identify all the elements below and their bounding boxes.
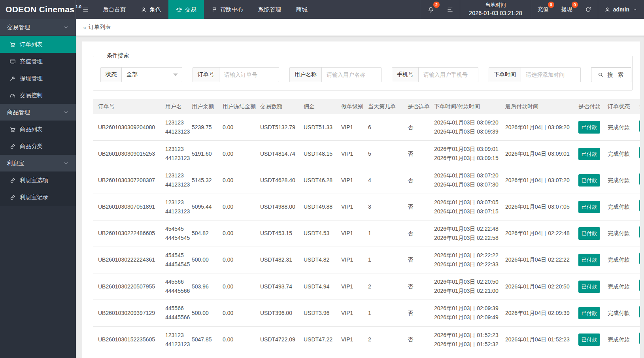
row-action-button[interactable] [639, 252, 640, 264]
column-header: 是否连单 [402, 99, 429, 114]
status-select[interactable]: 全部 [122, 68, 182, 82]
order-time-label: 下单时间 [489, 68, 521, 82]
cell-order-no: UB2601030151085721 [93, 353, 160, 358]
refresh-button[interactable] [579, 0, 598, 19]
cell-chained: 否 [402, 114, 429, 141]
cell-day-order: 1 [363, 247, 402, 273]
cell-amount: USDT396.00 [255, 300, 298, 326]
top-nav-item-mall[interactable]: 商城 [289, 0, 315, 19]
cell-balance: 500.00 [187, 247, 217, 273]
content-area: 条件搜索 状态 全部 订单号 用户名称 [76, 36, 644, 358]
table-row: UB2601030151085721123123441231235000.000… [93, 353, 640, 358]
order-no-input[interactable] [219, 68, 279, 82]
table-row: UB2601030152235605123123441231235047.850… [93, 326, 640, 353]
cell-last-pay-time: 2026年01月04日 02:20:50 [500, 273, 573, 300]
cell-order-pay-time: 2026年01月03日 03:07:202026年01月03日 03:07:30 [429, 167, 500, 194]
row-action-button[interactable] [639, 173, 640, 185]
withdraw-button[interactable]: 提现 0 [555, 0, 579, 19]
cell-level: VIP1 [336, 300, 363, 326]
cell-day-order: 6 [363, 114, 402, 141]
cell-amount: USDT4814.74 [255, 141, 298, 167]
cell-user: 12312344123123 [160, 194, 187, 220]
top-nav-label: 系统管理 [258, 6, 281, 13]
cell-balance: 5239.75 [187, 114, 217, 141]
search-icon [597, 72, 604, 78]
username-filter: 用户名称 [289, 67, 381, 82]
sidebar-item-interest-options[interactable]: 利息宝选项 [0, 172, 76, 189]
cell-order-status: 完成付款 [602, 194, 634, 220]
cell-actions [634, 247, 640, 273]
cell-amount: USDT453.15 [255, 220, 298, 247]
top-nav-item-help[interactable]: 帮助中心 [204, 0, 251, 19]
cell-day-order: 2 [363, 273, 402, 300]
top-nav: 后台首页角色交易帮助中心系统管理商城 [95, 0, 315, 19]
order-time-input[interactable] [521, 68, 580, 82]
paid-badge: 已付款 [578, 307, 600, 319]
row-action-button[interactable] [639, 332, 640, 344]
quick-menu-button[interactable] [440, 0, 460, 19]
cell-pay-status: 已付款 [573, 353, 602, 358]
phone-input[interactable] [419, 68, 478, 82]
sidebar-group-goods-manage[interactable]: 商品管理 [0, 104, 76, 121]
sidebar-item-goods-list[interactable]: 商品列表 [0, 121, 76, 138]
sidebar-item-withdraw-manage[interactable]: 提现管理 [0, 70, 76, 87]
column-header: 订单号 [93, 99, 160, 114]
cell-pay-status: 已付款 [573, 273, 602, 300]
withdraw-badge: 0 [572, 2, 578, 8]
cell-actions [634, 220, 640, 247]
cell-day-order: 4 [363, 167, 402, 194]
search-button[interactable]: 搜 索 [591, 67, 631, 82]
cell-amount: USDT5132.79 [255, 114, 298, 141]
cell-frozen: 0.00 [217, 300, 255, 326]
cell-day-order: 1 [363, 220, 402, 247]
top-nav-label: 交易 [185, 6, 196, 13]
table-row: UB260103020939712944556644445566500.000.… [93, 300, 640, 326]
cell-balance: 503.96 [187, 273, 217, 300]
row-action-button[interactable] [639, 200, 640, 211]
cell-amount: USDT482.31 [255, 247, 298, 273]
sidebar-item-interest-records[interactable]: 利息宝记录 [0, 189, 76, 206]
notifications-button[interactable]: 2 [421, 0, 440, 19]
sidebar-item-trade-control[interactable]: 交易控制 [0, 87, 76, 104]
sidebar-item-recharge-manage[interactable]: 充值管理 [0, 53, 76, 70]
top-nav-item-trade[interactable]: 交易 [168, 0, 204, 19]
row-action-button[interactable] [639, 279, 640, 291]
top-nav-item-roles[interactable]: 角色 [133, 0, 168, 19]
topbar: ODEON Cinemas1.0 后台首页角色交易帮助中心系统管理商城 2 当地… [0, 0, 644, 19]
list-icon [447, 6, 453, 13]
notifications-badge: 2 [433, 2, 440, 8]
sidebar-group-interest[interactable]: 利息宝 [0, 155, 76, 172]
cell-order-status: 完成付款 [602, 300, 634, 326]
username-input[interactable] [322, 68, 381, 82]
row-action-button[interactable] [639, 120, 640, 132]
recharge-button[interactable]: 充值 0 [531, 0, 555, 19]
recharge-label: 充值 [538, 6, 549, 13]
sidebar-group-label: 利息宝 [7, 160, 25, 167]
cell-chained: 否 [402, 220, 429, 247]
cell-order-status: 完成付款 [602, 273, 634, 300]
username-label: 用户名称 [290, 68, 322, 82]
column-header: 下单时间/付款时间 [429, 99, 500, 114]
cell-frozen: 0.00 [217, 273, 255, 300]
top-nav-item-system[interactable]: 系统管理 [251, 0, 289, 19]
recharge-badge: 0 [548, 2, 554, 8]
row-action-button[interactable] [639, 226, 640, 238]
sidebar-group-trade-manage[interactable]: 交易管理 [0, 19, 76, 36]
row-action-button[interactable] [639, 306, 640, 318]
row-action-button[interactable] [639, 147, 640, 158]
sidebar-item-order-list[interactable]: 订单列表 [0, 36, 76, 53]
user-menu[interactable]: admin [598, 0, 644, 19]
cell-order-status: 完成付款 [602, 114, 634, 141]
sidebar-item-goods-category[interactable]: 商品分类 [0, 138, 76, 155]
cell-commission: USDT4.94 [298, 273, 336, 300]
cell-pay-status: 已付款 [573, 326, 602, 353]
cell-chained: 否 [402, 353, 429, 358]
cell-level: VIP1 [336, 326, 363, 353]
phone-filter: 手机号 [392, 67, 478, 82]
top-nav-item-home[interactable]: 后台首页 [95, 0, 133, 19]
cell-pay-status: 已付款 [573, 114, 602, 141]
orders-table: 订单号用户名用户余额用户冻结金额交易数额佣金做单级别当天第几单是否连单下单时间/… [93, 99, 640, 358]
cell-balance: 500.00 [187, 300, 217, 326]
cell-commission: USDT4.82 [298, 247, 336, 273]
sidebar-toggle-button[interactable] [76, 0, 95, 19]
